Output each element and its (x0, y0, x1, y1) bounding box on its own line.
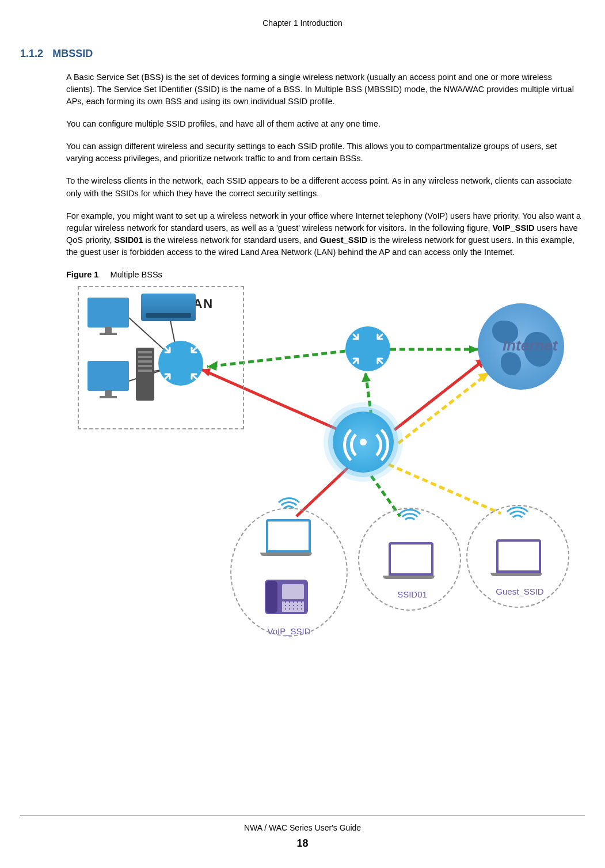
figure-caption: Figure 1 Multiple BSSs (66, 269, 582, 281)
wifi-icon (396, 509, 424, 532)
svg-line-6 (366, 372, 371, 416)
section-number: 1.1.2 (20, 48, 43, 59)
paragraph-2: You can configure multiple SSID profiles… (66, 118, 582, 130)
p5-text-d: is the wireless network for standard use… (143, 235, 320, 245)
paragraph-4: To the wireless clients in the network, … (66, 175, 582, 199)
section-heading: 1.1.2 MBSSID (20, 46, 585, 61)
p5-bold-guest: Guest_SSID (320, 235, 368, 245)
switch-icon (141, 294, 196, 321)
section-title: MBSSID (52, 48, 93, 59)
paragraph-5: For example, you might want to set up a … (66, 210, 582, 258)
p5-bold-ssid01: SSID01 (115, 235, 143, 245)
lan-node-icon (158, 341, 203, 386)
figure-diagram: LAN (63, 283, 564, 640)
access-point-icon (333, 412, 394, 473)
svg-line-18 (389, 465, 501, 513)
figure-prefix: Figure 1 (66, 270, 98, 279)
page-footer: NWA / WAC Series User's Guide 18 (0, 816, 605, 851)
laptop-icon (266, 519, 312, 556)
chapter-header: Chapter 1 Introduction (20, 17, 585, 29)
ssid01-label: SSID01 (395, 588, 429, 601)
svg-line-12 (398, 372, 489, 443)
p5-bold-voip: VoIP_SSID (493, 223, 535, 233)
monitor-icon (87, 361, 129, 398)
wifi-icon (504, 507, 531, 530)
laptop-icon (389, 542, 435, 579)
svg-marker-7 (362, 372, 371, 382)
body-content: A Basic Service Set (BSS) is the set of … (20, 71, 585, 639)
figure-caption-text: Multiple BSSs (111, 270, 162, 279)
monitor-icon (87, 298, 129, 335)
server-icon (136, 348, 154, 401)
page-number: 18 (0, 836, 605, 851)
guest-ssid-label: Guest_SSID (494, 585, 546, 598)
internet-label: Internet (503, 335, 557, 357)
svg-line-10 (394, 358, 486, 430)
firewall-node-icon (345, 326, 390, 371)
laptop-icon (496, 539, 542, 576)
voip-phone-icon (265, 568, 308, 614)
footer-guide-title: NWA / WAC Series User's Guide (0, 822, 605, 833)
paragraph-1: A Basic Service Set (BSS) is the set of … (66, 71, 582, 108)
paragraph-3: You can assign different wireless and se… (66, 140, 582, 165)
wifi-icon (275, 497, 303, 520)
svg-line-16 (296, 467, 348, 516)
voip-ssid-label: VoIP_SSID (260, 625, 318, 638)
